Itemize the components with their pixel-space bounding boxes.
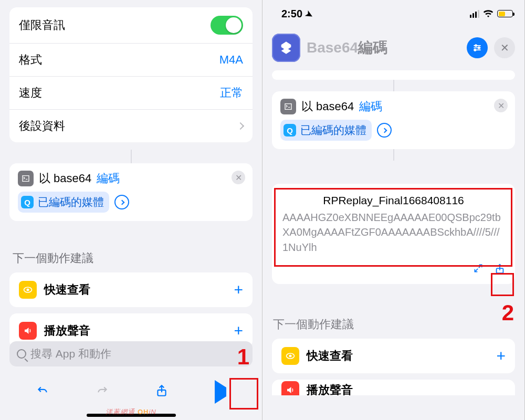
svg-point-5 [474, 49, 476, 51]
status-bar: 2:50 ➤ [262, 0, 524, 23]
base64-encode-action-card[interactable]: ✕ 以 base64 編碼 Q 已編碼的媒體 [9, 163, 253, 221]
terminal-icon [18, 171, 34, 186]
result-base64-body: AAAAHGZ0eXBNNEEgAAAAAE00QSBpc29tbXA0MgAA… [281, 210, 506, 255]
wifi-icon [483, 8, 494, 20]
redo-button-disabled [96, 384, 109, 401]
action-mode-link[interactable]: 編碼 [97, 171, 120, 186]
svg-point-4 [478, 47, 480, 48]
play-icon [215, 380, 226, 404]
value-format: M4A [219, 53, 243, 67]
result-text-block: RPReplay_Final1668408116 AAAAHGZ0eXBNNEE… [278, 191, 509, 258]
location-icon: ➤ [303, 7, 315, 20]
expand-variable-button[interactable] [377, 123, 392, 138]
suggestion-label: 快速查看 [44, 282, 90, 298]
remove-action-button[interactable]: ✕ [232, 171, 245, 184]
suggestion-label: 播放聲音 [307, 382, 353, 395]
terminal-icon [280, 99, 296, 114]
svg-point-8 [289, 355, 292, 358]
suggestion-label: 播放聲音 [44, 323, 90, 339]
label-audio-only: 僅限音訊 [19, 17, 65, 33]
variable-pill-encoded-media[interactable]: Q 已編碼的媒體 [18, 192, 109, 213]
editor-toolbar [0, 376, 262, 408]
eye-icon [281, 347, 299, 365]
toggle-audio-only-on[interactable] [211, 16, 243, 35]
section-next-action-suggestions: 下一個動作建議 [13, 250, 249, 266]
add-action-plus-icon[interactable]: + [496, 347, 506, 365]
suggestion-quick-look[interactable]: 快速查看 + [272, 339, 515, 373]
close-button[interactable]: ✕ [494, 37, 515, 58]
expand-variable-button[interactable] [114, 195, 129, 209]
media-settings-card: 僅限音訊 格式 M4A 速度 正常 後設資料 [9, 7, 253, 142]
pill-label: 已編碼的媒體 [300, 123, 366, 138]
chevron-right-icon [119, 200, 124, 205]
chevron-right-icon [382, 128, 387, 133]
left-screenshot: 僅限音訊 格式 M4A 速度 正常 後設資料 ✕ 以 base64 編碼 Q [0, 0, 262, 420]
result-filename: RPReplay_Final1668408116 [281, 194, 506, 207]
settings-row-speed[interactable]: 速度 正常 [9, 77, 253, 110]
watermark: 洋蔥網通 OHiN [106, 407, 156, 417]
suggestion-quick-look[interactable]: 快速查看 + [9, 272, 253, 307]
search-placeholder: 搜尋 App 和動作 [30, 346, 111, 361]
action-prefix: 以 base64 [301, 99, 354, 114]
section-next-action-suggestions: 下一個動作建議 [273, 317, 514, 332]
remove-action-button[interactable]: ✕ [494, 99, 508, 112]
shortcut-app-icon[interactable] [272, 34, 300, 62]
variable-pill-encoded-media[interactable]: Q 已編碼的媒體 [280, 120, 372, 141]
flow-connector [131, 150, 132, 163]
shortcut-title[interactable]: Base64編碼 [307, 38, 460, 58]
search-icon [17, 349, 26, 359]
share-result-button[interactable] [494, 263, 506, 278]
speaker-icon [281, 381, 299, 395]
label-format: 格式 [19, 52, 42, 68]
speaker-icon [19, 322, 37, 340]
add-action-plus-icon[interactable]: + [234, 281, 243, 299]
previous-action-peek [272, 70, 515, 80]
label-speed: 速度 [19, 85, 42, 101]
settings-row-audio-only[interactable]: 僅限音訊 [9, 7, 253, 44]
pill-label: 已編碼的媒體 [38, 195, 104, 209]
settings-row-format[interactable]: 格式 M4A [9, 44, 253, 77]
flow-connector [393, 80, 394, 91]
right-screenshot: 2:50 ➤ Base64編碼 ✕ ✕ [262, 0, 525, 420]
run-shortcut-button[interactable] [215, 387, 226, 397]
shortcut-header: Base64編碼 ✕ [262, 23, 524, 66]
flow-connector [393, 149, 394, 161]
suggestion-play-sound[interactable]: 播放聲音 [272, 380, 515, 395]
title-part-2: 編碼 [358, 39, 387, 56]
eye-icon [19, 281, 37, 299]
quicktime-icon: Q [284, 124, 296, 136]
settings-row-metadata[interactable]: 後設資料 [9, 110, 253, 142]
undo-button[interactable] [36, 384, 49, 401]
share-button[interactable] [155, 384, 169, 401]
chevron-right-icon [237, 122, 244, 130]
shortcut-settings-button[interactable] [467, 37, 488, 58]
action-mode-link[interactable]: 編碼 [359, 99, 382, 114]
battery-low-icon [497, 10, 513, 17]
quicktime-icon: Q [21, 196, 34, 208]
suggestion-label: 快速查看 [307, 348, 353, 364]
action-prefix: 以 base64 [39, 171, 91, 186]
search-actions-field[interactable]: 搜尋 App 和動作 [9, 341, 253, 366]
status-time: 2:50 [281, 8, 302, 19]
title-part-1: Base64 [307, 39, 358, 56]
run-result-card: RPReplay_Final1668408116 AAAAHGZ0eXBNNEE… [272, 184, 515, 284]
svg-point-3 [475, 45, 477, 46]
add-action-plus-icon[interactable]: + [234, 322, 243, 340]
expand-result-button[interactable] [473, 263, 484, 278]
value-speed: 正常 [220, 85, 243, 101]
base64-encode-action-card[interactable]: ✕ 以 base64 編碼 Q 已編碼的媒體 [272, 91, 515, 149]
cellular-icon [470, 10, 479, 18]
svg-point-1 [27, 289, 29, 291]
label-metadata: 後設資料 [19, 118, 65, 134]
